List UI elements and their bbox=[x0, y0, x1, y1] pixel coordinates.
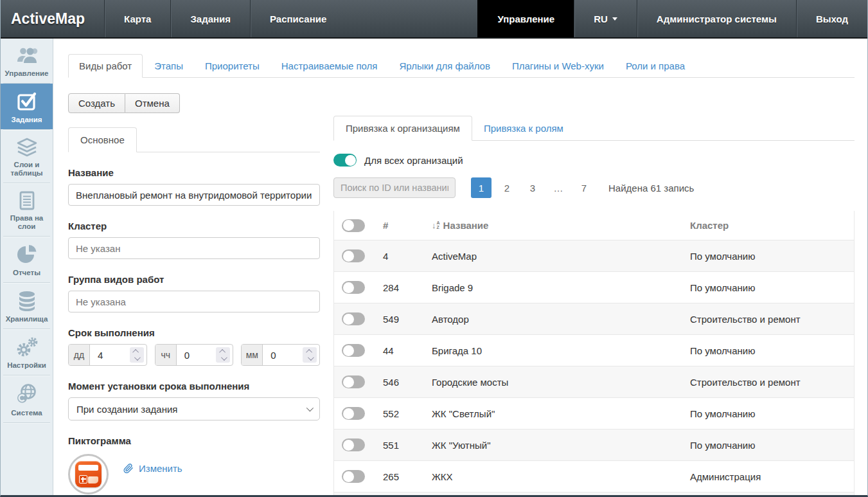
deadline-label: Срок выполнения bbox=[68, 327, 320, 338]
deadline-steppers: дд чч мм bbox=[68, 344, 320, 366]
database-icon bbox=[2, 290, 51, 312]
pie-chart-icon bbox=[2, 244, 51, 266]
all-organizations-toggle[interactable] bbox=[333, 154, 357, 167]
sidebar-item-storages[interactable]: Хранилища bbox=[1, 283, 53, 329]
org-toggle[interactable] bbox=[342, 470, 365, 483]
sidebar-item-label: Слои и таблицы bbox=[2, 161, 51, 177]
section-tabs: Виды работ Этапы Приоритеты Настраиваемы… bbox=[68, 54, 855, 78]
sidebar-item-label: Хранилища bbox=[2, 315, 51, 323]
page-ellipsis: … bbox=[548, 177, 569, 198]
group-input[interactable] bbox=[68, 291, 320, 312]
header-name[interactable]: ↓AZ Название bbox=[432, 220, 690, 231]
minutes-input[interactable] bbox=[263, 345, 300, 365]
org-toggle[interactable] bbox=[342, 344, 365, 357]
nav-spacer bbox=[346, 0, 477, 37]
nav-item-map[interactable]: Карта bbox=[104, 0, 170, 37]
tab-custom-fields[interactable]: Настраиваемые поля bbox=[271, 55, 388, 77]
days-spin-buttons[interactable] bbox=[130, 347, 144, 363]
page-button-1[interactable]: 1 bbox=[471, 177, 492, 198]
org-id: 552 bbox=[383, 408, 432, 419]
tab-stages[interactable]: Этапы bbox=[144, 55, 193, 77]
sidebar-item-tasks[interactable]: Задания bbox=[1, 84, 53, 129]
org-toggle[interactable] bbox=[342, 375, 365, 388]
org-toggle[interactable] bbox=[342, 249, 365, 262]
header-cluster: Кластер bbox=[690, 220, 854, 231]
moment-selected-value: При создании задания bbox=[76, 404, 177, 415]
tab-org-binding[interactable]: Привязка к организациям bbox=[333, 116, 472, 141]
cancel-button[interactable]: Отмена bbox=[125, 93, 180, 113]
pictogram-label: Пиктограмма bbox=[68, 435, 320, 446]
org-cluster: Строительство и ремонт bbox=[690, 314, 854, 325]
sidebar-divider bbox=[3, 422, 50, 423]
org-toggle[interactable] bbox=[342, 438, 365, 451]
org-cluster: По умолчанию bbox=[690, 345, 854, 356]
nav-item-schedule[interactable]: Расписание bbox=[250, 0, 346, 37]
org-toggle[interactable] bbox=[342, 407, 365, 420]
org-name: ЖК "Светлый" bbox=[432, 408, 690, 419]
org-cluster: Администрация bbox=[690, 471, 854, 482]
org-id: 551 bbox=[383, 440, 432, 451]
sidebar-item-layers[interactable]: Слои и таблицы bbox=[1, 130, 53, 183]
sidebar-item-reports[interactable]: Отчеты bbox=[1, 237, 53, 282]
org-name: ActiveMap bbox=[432, 251, 690, 262]
org-cluster: По умолчанию bbox=[690, 440, 854, 451]
create-button[interactable]: Создать bbox=[68, 93, 125, 113]
form-tabs: Основное bbox=[68, 127, 320, 152]
days-stepper: дд bbox=[68, 344, 147, 366]
org-id: 44 bbox=[383, 345, 432, 356]
sort-icon: ↓AZ bbox=[432, 221, 440, 230]
tab-role-binding[interactable]: Привязка к ролям bbox=[472, 116, 575, 140]
tab-work-types[interactable]: Виды работ bbox=[68, 54, 143, 78]
sidebar-item-layer-rights[interactable]: Права на слои bbox=[1, 183, 53, 236]
moment-select[interactable]: При создании задания bbox=[68, 397, 320, 420]
chevron-down-icon bbox=[306, 404, 314, 411]
org-name: Бригада 10 bbox=[432, 345, 690, 356]
nav-item-logout[interactable]: Выход bbox=[796, 0, 867, 37]
name-input[interactable] bbox=[68, 184, 320, 206]
page-button-7[interactable]: 7 bbox=[574, 177, 594, 198]
sidebar-item-label: Задания bbox=[2, 116, 51, 124]
change-link-label: Изменить bbox=[139, 463, 182, 474]
app-logo[interactable]: ActiveMap bbox=[1, 0, 104, 37]
sidebar-item-system[interactable]: Система bbox=[1, 375, 53, 422]
page-button-3[interactable]: 3 bbox=[522, 177, 543, 198]
org-name: Автодор bbox=[432, 314, 690, 325]
cluster-input[interactable] bbox=[68, 237, 320, 259]
change-pictogram-link[interactable]: Изменить bbox=[123, 463, 182, 474]
pagination: 1 2 3 … 7 bbox=[471, 177, 599, 198]
tab-roles-rights[interactable]: Роли и права bbox=[616, 55, 695, 77]
search-input[interactable] bbox=[333, 177, 456, 198]
table-header-row: # ↓AZ Название Кластер bbox=[334, 211, 854, 240]
org-id: 284 bbox=[383, 282, 432, 293]
hours-spin-buttons[interactable] bbox=[216, 347, 230, 363]
org-id: 546 bbox=[383, 377, 432, 388]
nav-item-management[interactable]: Управление bbox=[477, 0, 574, 37]
tab-priorities[interactable]: Приоритеты bbox=[195, 55, 270, 77]
chevron-down-icon bbox=[612, 17, 617, 21]
org-toggle[interactable] bbox=[342, 281, 365, 294]
org-toggle[interactable] bbox=[342, 312, 365, 325]
table-row-partial bbox=[334, 492, 854, 497]
table-row: 551 ЖК "Уютный" По умолчанию bbox=[334, 429, 854, 460]
check-square-icon bbox=[2, 91, 51, 113]
days-input[interactable] bbox=[90, 345, 127, 365]
nav-item-language[interactable]: RU bbox=[574, 0, 637, 37]
document-icon bbox=[2, 190, 51, 211]
paperclip-icon bbox=[123, 463, 134, 474]
page-button-2[interactable]: 2 bbox=[497, 177, 517, 198]
minutes-spin-buttons[interactable] bbox=[303, 347, 317, 363]
form-toolbar: Создать Отмена bbox=[68, 93, 180, 113]
hours-prefix: чч bbox=[155, 345, 177, 365]
bindings-panel: Привязка к организациям Привязка к ролям… bbox=[333, 116, 855, 497]
hours-input[interactable] bbox=[177, 345, 214, 365]
sidebar-item-settings[interactable]: Настройки bbox=[1, 329, 53, 375]
sidebar-item-management[interactable]: Управление bbox=[1, 39, 53, 83]
work-type-icon bbox=[75, 461, 102, 487]
org-name: ЖКХ bbox=[432, 471, 690, 482]
tab-general[interactable]: Основное bbox=[68, 127, 137, 152]
toggle-all-switch[interactable] bbox=[342, 219, 365, 232]
nav-item-tasks[interactable]: Задания bbox=[170, 0, 250, 37]
tab-plugins-webhooks[interactable]: Плагины и Web-хуки bbox=[502, 55, 614, 77]
tab-file-labels[interactable]: Ярлыки для файлов bbox=[389, 55, 500, 77]
nav-item-user[interactable]: Администратор системы bbox=[637, 0, 796, 37]
